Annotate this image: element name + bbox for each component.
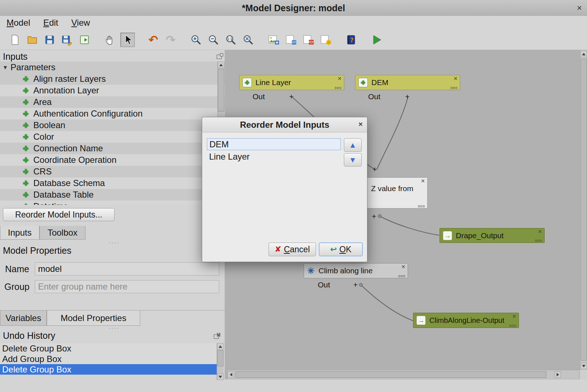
node-drape-output[interactable]: → Drape_Output ✕ ooo bbox=[440, 228, 545, 243]
run-model-icon[interactable] bbox=[370, 33, 383, 47]
scrollbar-handle[interactable] bbox=[580, 59, 587, 361]
scroll-down-icon[interactable] bbox=[217, 374, 224, 380]
export-as-svg-icon[interactable]: SVG bbox=[284, 33, 298, 47]
name-field[interactable] bbox=[35, 262, 219, 275]
pan-icon[interactable] bbox=[103, 33, 117, 47]
reorder-model-inputs-button[interactable]: Reorder Model Inputs... bbox=[3, 208, 115, 221]
comment-dots-icon[interactable]: ooo bbox=[334, 86, 342, 90]
expand-plus[interactable]: + bbox=[289, 92, 294, 101]
move-down-button[interactable]: ▼ bbox=[344, 153, 362, 167]
tree-item[interactable]: Area bbox=[0, 96, 225, 108]
window-title: *Model Designer: model bbox=[242, 3, 345, 13]
tree-item[interactable]: Boolean bbox=[0, 119, 225, 131]
dialog-close-icon[interactable]: × bbox=[358, 120, 363, 128]
comment-dots-icon[interactable]: ooo bbox=[398, 274, 405, 278]
scrollbar-handle[interactable] bbox=[217, 350, 224, 366]
undo-history-item[interactable]: Add Group Box bbox=[0, 354, 217, 364]
node-line-layer[interactable]: Line Layer ✕ ooo bbox=[239, 75, 344, 90]
cancel-x-icon: ✘ bbox=[275, 245, 281, 254]
help-icon[interactable]: ? bbox=[344, 33, 358, 47]
undo-history-item-selected[interactable]: Delete Group Box bbox=[0, 364, 217, 375]
tree-item[interactable]: Connection Name bbox=[0, 143, 225, 154]
zoom-in-icon[interactable] bbox=[189, 33, 203, 47]
tree-item[interactable]: Authentication Configuration bbox=[0, 108, 225, 119]
scrollbar-handle[interactable] bbox=[236, 371, 546, 378]
expand-plus[interactable]: + bbox=[372, 165, 377, 174]
undo-icon[interactable]: ↶ bbox=[146, 33, 160, 47]
zoom-actual-icon[interactable]: 1:1 bbox=[224, 33, 238, 47]
select-icon[interactable] bbox=[120, 33, 135, 47]
comment-dots-icon[interactable]: ooo bbox=[418, 204, 425, 208]
tree-item[interactable]: Annotation Layer bbox=[0, 85, 225, 96]
chevron-down-icon[interactable]: ▾ bbox=[4, 63, 7, 71]
panel-splitter[interactable]: ···· bbox=[109, 325, 120, 331]
redo-icon[interactable]: ↷ bbox=[164, 33, 178, 47]
remove-node-icon[interactable]: ✕ bbox=[421, 178, 425, 184]
remove-node-icon[interactable]: ✕ bbox=[538, 229, 542, 235]
zoom-out-icon[interactable] bbox=[207, 33, 220, 47]
new-model-icon[interactable] bbox=[8, 33, 22, 47]
tree-item[interactable]: CRS bbox=[0, 166, 225, 177]
expand-plus[interactable]: + bbox=[372, 212, 376, 221]
expand-plus[interactable]: + bbox=[353, 281, 358, 289]
scroll-right-icon[interactable] bbox=[554, 371, 561, 378]
move-up-button[interactable]: ▲ bbox=[344, 138, 362, 152]
node-climbalongline-output[interactable]: → ClimbAlongLine-Output ✕ ooo bbox=[413, 313, 519, 328]
remove-node-icon[interactable]: ✕ bbox=[401, 264, 405, 270]
node-climb-along-line[interactable]: Climb along line ✕ ooo bbox=[304, 263, 408, 278]
panel-splitter[interactable]: ···· bbox=[109, 240, 120, 245]
canvas-vscrollbar[interactable] bbox=[580, 50, 587, 370]
title-bar[interactable]: *Model Designer: model × bbox=[0, 0, 587, 16]
export-as-script-icon[interactable] bbox=[319, 33, 333, 47]
menu-model[interactable]: Model bbox=[0, 18, 37, 28]
remove-node-icon[interactable]: ✕ bbox=[453, 76, 458, 81]
zoom-full-icon[interactable] bbox=[241, 33, 255, 47]
undo-scrollbar[interactable] bbox=[217, 343, 224, 380]
ok-button[interactable]: ↩ OK bbox=[319, 243, 363, 256]
scroll-up-icon[interactable] bbox=[580, 51, 587, 57]
canvas-hscrollbar[interactable] bbox=[228, 370, 579, 379]
expand-plus[interactable]: + bbox=[405, 92, 409, 101]
tab-toolbox[interactable]: Toolbox bbox=[39, 226, 86, 240]
tab-variables[interactable]: Variables bbox=[0, 311, 47, 326]
remove-node-icon[interactable]: ✕ bbox=[337, 76, 342, 81]
undo-history-close-icon[interactable]: ✕ bbox=[216, 332, 221, 338]
dialog-title-bar[interactable]: Reorder Model Inputs × bbox=[202, 117, 367, 132]
tree-item[interactable]: Datetime bbox=[0, 201, 225, 205]
menu-edit[interactable]: Edit bbox=[37, 18, 64, 28]
tree-group-parameters[interactable]: ▾ Parameters bbox=[0, 62, 225, 73]
export-model-icon[interactable] bbox=[78, 33, 91, 47]
remove-node-icon[interactable]: ✕ bbox=[512, 313, 516, 319]
tree-item[interactable]: Align raster Layers bbox=[0, 73, 225, 85]
scroll-up-icon[interactable] bbox=[217, 343, 224, 350]
scroll-down-icon[interactable] bbox=[580, 363, 587, 369]
comment-dots-icon[interactable]: ooo bbox=[450, 86, 458, 90]
scrollbar-handle[interactable] bbox=[218, 69, 224, 111]
save-model-as-icon[interactable] bbox=[60, 33, 74, 47]
scroll-up-icon[interactable] bbox=[218, 62, 224, 68]
tree-item[interactable]: Color bbox=[0, 131, 225, 143]
tab-inputs[interactable]: Inputs bbox=[0, 226, 39, 240]
tree-item[interactable]: Coordinate Operation bbox=[0, 154, 225, 166]
algorithm-gear-icon bbox=[307, 267, 315, 275]
comment-dots-icon[interactable]: ooo bbox=[535, 239, 542, 243]
down-triangle-icon: ▼ bbox=[349, 156, 357, 164]
tree-item[interactable]: Database Table bbox=[0, 189, 225, 201]
export-as-image-icon[interactable] bbox=[267, 33, 280, 47]
window-close-icon[interactable]: × bbox=[577, 3, 582, 13]
open-model-icon[interactable] bbox=[25, 33, 39, 47]
tab-model-properties[interactable]: Model Properties bbox=[47, 311, 140, 326]
undo-history-item[interactable]: Delete Group Box bbox=[0, 343, 217, 354]
inputs-panel-float-icon[interactable] bbox=[217, 55, 222, 59]
export-as-pdf-icon[interactable]: PDF bbox=[301, 33, 315, 47]
dialog-list-item[interactable]: Line Layer bbox=[207, 151, 341, 163]
tree-item[interactable]: Database Schema bbox=[0, 177, 225, 189]
save-model-icon[interactable] bbox=[43, 33, 57, 47]
menu-view[interactable]: View bbox=[65, 18, 97, 28]
group-field[interactable] bbox=[35, 280, 219, 293]
dialog-list-item-selected[interactable]: DEM bbox=[207, 138, 341, 150]
node-dem[interactable]: DEM ✕ ooo bbox=[355, 75, 460, 90]
cancel-button[interactable]: ✘ Cancel bbox=[268, 243, 316, 256]
scroll-left-icon[interactable] bbox=[228, 371, 234, 378]
comment-dots-icon[interactable]: ooo bbox=[509, 324, 516, 328]
